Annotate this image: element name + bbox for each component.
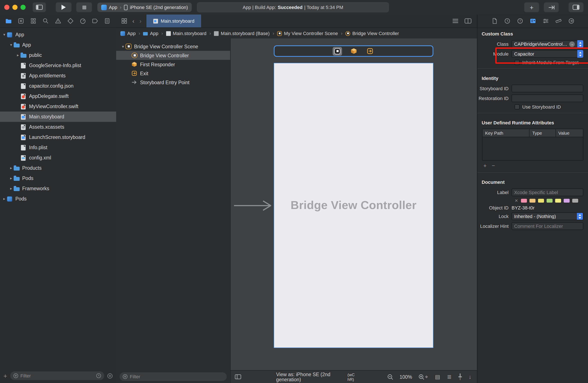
resolve-layout-icon[interactable]: ↓: [469, 374, 471, 380]
zoom-out-icon[interactable]: [387, 373, 394, 380]
breadcrumb-base[interactable]: Main.storyboard (Base): [214, 31, 270, 36]
outline-entry-point-row[interactable]: Storyboard Entry Point: [116, 78, 230, 87]
file-row-selected[interactable]: Main.storyboard: [0, 112, 116, 122]
color-swatch-green[interactable]: [547, 199, 553, 203]
file-row[interactable]: ▸Pods: [0, 194, 116, 204]
source-control-navigator-tab[interactable]: [17, 16, 26, 26]
back-button[interactable]: ‹: [132, 18, 134, 24]
toggle-outline-button[interactable]: [235, 374, 241, 380]
assistant-editor-icon[interactable]: [464, 18, 471, 23]
zoom-window-button[interactable]: [21, 5, 26, 10]
document-label-field[interactable]: [512, 188, 583, 196]
project-navigator-tab[interactable]: [4, 16, 13, 26]
outline-scene-row[interactable]: ▾ Bridge View Controller Scene: [116, 42, 230, 51]
connections-inspector-tab[interactable]: [568, 18, 575, 24]
localizer-hint-field[interactable]: [512, 222, 583, 230]
symbol-navigator-tab[interactable]: [29, 16, 38, 26]
file-row[interactable]: ▸public: [0, 50, 116, 60]
breadcrumb-view-controller[interactable]: Bridge View Controller: [345, 31, 399, 36]
storyboard-entry-point-arrow[interactable]: [233, 199, 276, 212]
file-inspector-tab[interactable]: [491, 18, 498, 24]
file-row[interactable]: GoogleService-Info.plist: [0, 60, 116, 70]
find-navigator-tab[interactable]: [41, 16, 50, 26]
forward-button[interactable]: ›: [139, 18, 141, 24]
library-button[interactable]: +: [524, 2, 539, 12]
tab-main-storyboard[interactable]: Main.storyboard: [147, 15, 201, 27]
restoration-id-field[interactable]: [512, 94, 583, 102]
file-row[interactable]: Assets.xcassets: [0, 122, 116, 132]
file-row[interactable]: LaunchScreen.storyboard: [0, 132, 116, 142]
issue-navigator-tab[interactable]: [53, 16, 63, 26]
stop-button[interactable]: [76, 2, 92, 12]
update-frames-icon[interactable]: ⌖: [425, 373, 428, 380]
file-row[interactable]: ▾App: [0, 40, 116, 50]
color-swatch-orange[interactable]: [530, 199, 536, 203]
breakpoint-navigator-tab[interactable]: [90, 16, 100, 26]
file-row[interactable]: config.xml: [0, 153, 116, 163]
lock-popup[interactable]: Inherited - (Nothing): [512, 212, 583, 220]
zoom-level[interactable]: 100%: [399, 374, 412, 379]
history-inspector-tab[interactable]: [504, 18, 510, 24]
stack-icon[interactable]: ▤: [435, 374, 440, 380]
recents-clock-icon[interactable]: [96, 373, 101, 378]
related-items-icon[interactable]: [121, 18, 127, 24]
test-navigator-tab[interactable]: [66, 16, 75, 26]
disclosure-triangle[interactable]: ▸: [9, 166, 14, 170]
attributes-inspector-tab[interactable]: [542, 18, 549, 24]
editor-options-icon[interactable]: [452, 18, 459, 23]
jump-to-class-arrow[interactable]: →: [569, 41, 575, 47]
file-row[interactable]: ▸Frameworks: [0, 183, 116, 194]
align-icon[interactable]: ≣: [447, 374, 452, 380]
identity-inspector-tab-selected[interactable]: [529, 18, 536, 24]
runtime-attributes-empty-body[interactable]: [483, 137, 583, 160]
disclosure-triangle[interactable]: ▸: [2, 197, 7, 201]
remove-attribute-button[interactable]: −: [492, 162, 495, 169]
size-inspector-tab[interactable]: [555, 18, 562, 24]
minimize-window-button[interactable]: [12, 5, 18, 10]
class-field[interactable]: [512, 40, 577, 48]
disclosure-triangle[interactable]: ▸: [9, 176, 14, 180]
breadcrumb-scene[interactable]: My View Controller Scene: [277, 31, 338, 36]
outline-filter[interactable]: [120, 372, 227, 381]
dock-first-responder-button[interactable]: [349, 47, 358, 55]
storyboard-canvas[interactable]: Bridge View Controller: [231, 39, 477, 370]
use-storyboard-id-checkbox[interactable]: [515, 104, 520, 110]
disclosure-triangle[interactable]: ▸: [9, 186, 14, 191]
color-swatch-gray[interactable]: [572, 199, 578, 203]
scheme-selector[interactable]: App › iPhone SE (2nd generation): [97, 2, 192, 12]
outline-exit-row[interactable]: Exit: [116, 69, 230, 78]
file-row[interactable]: capacitor.config.json: [0, 81, 116, 91]
file-row[interactable]: MyViewController.swift: [0, 101, 116, 112]
file-row[interactable]: AppDelegate.swift: [0, 91, 116, 101]
color-swatch-light-yellow[interactable]: [555, 199, 561, 203]
lock-dropdown-button[interactable]: [577, 213, 583, 220]
no-color-swatch[interactable]: ✕: [515, 198, 518, 203]
class-dropdown-button[interactable]: [577, 40, 583, 48]
outline-filter-input[interactable]: [130, 374, 224, 379]
scm-status-filter-icon[interactable]: [107, 373, 113, 379]
filter-input[interactable]: [21, 373, 94, 378]
navigator-filter[interactable]: [10, 371, 104, 380]
toggle-inspectors-button[interactable]: [568, 2, 584, 12]
close-window-button[interactable]: [4, 5, 9, 10]
toggle-navigator-button[interactable]: [32, 2, 46, 12]
file-row[interactable]: Info.plist: [0, 142, 116, 153]
disclosure-triangle[interactable]: ▾: [9, 43, 14, 47]
outline-view-controller-row[interactable]: Bridge View Controller: [116, 51, 230, 60]
run-button[interactable]: [56, 2, 72, 12]
color-swatch-purple[interactable]: [564, 199, 570, 203]
add-attribute-button[interactable]: +: [483, 162, 487, 169]
color-swatch-yellow[interactable]: [538, 199, 544, 203]
disclosure-triangle[interactable]: ▾: [2, 32, 7, 37]
report-navigator-tab[interactable]: [103, 16, 112, 26]
module-dropdown-button[interactable]: [577, 50, 583, 58]
organizer-button[interactable]: [544, 2, 559, 12]
view-controller-view[interactable]: Bridge View Controller: [274, 63, 433, 348]
view-as-control[interactable]: View as: iPhone SE (2nd generation) (wC …: [276, 372, 360, 382]
color-swatch-pink[interactable]: [521, 199, 527, 203]
add-constraints-icon[interactable]: ╇: [458, 374, 462, 380]
outline-first-responder-row[interactable]: First Responder: [116, 60, 230, 69]
disclosure-triangle[interactable]: ▸: [15, 53, 21, 57]
module-field[interactable]: [512, 50, 577, 58]
dock-view-controller-button[interactable]: [333, 47, 342, 55]
